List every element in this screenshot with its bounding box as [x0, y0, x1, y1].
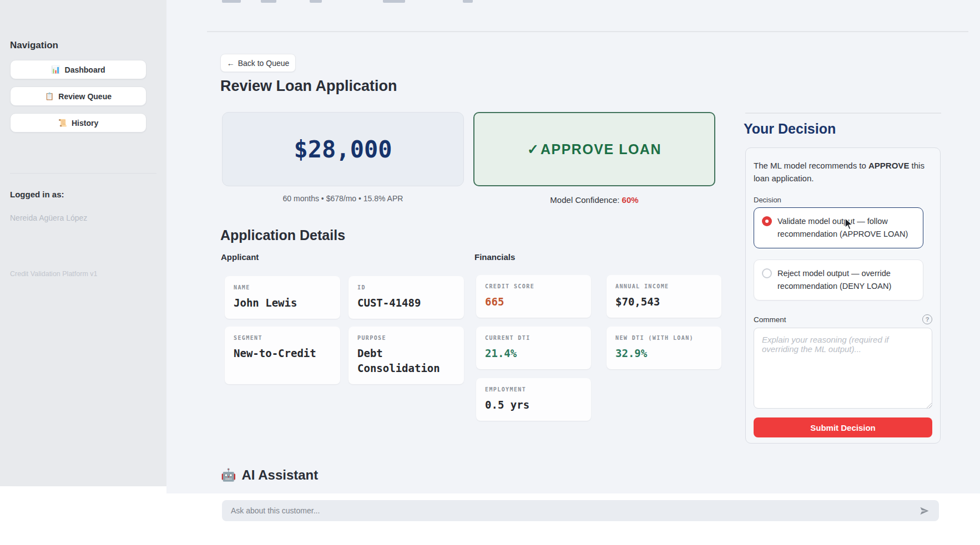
sidebar-item-label: Dashboard	[65, 65, 105, 74]
your-decision-title: Your Decision	[744, 121, 836, 137]
loan-terms-caption: 60 months • $678/mo • 15.8% APR	[222, 194, 464, 203]
metric-card-credit-score: CREDIT SCORE 665	[476, 275, 591, 318]
decision-field-label: Decision	[754, 196, 781, 204]
clipboard-icon: 📋	[45, 93, 54, 100]
metric-label: NAME	[234, 284, 331, 291]
model-confidence: Model Confidence: 60%	[473, 195, 715, 205]
cropped-content-remnant	[222, 0, 241, 3]
model-confidence-value: 60%	[622, 195, 639, 205]
model-recommendation-card: ✓ APPROVE LOAN	[473, 112, 715, 186]
ml-recommendation-sentence: The ML model recommends to APPROVE this …	[754, 159, 932, 185]
checkmark-icon: ✓	[527, 141, 539, 157]
sidebar-item-dashboard[interactable]: 📊 Dashboard	[10, 60, 147, 79]
nav-heading: Navigation	[10, 40, 58, 51]
dashboard-icon: 📊	[51, 66, 60, 73]
chat-input-placeholder: Ask about this customer...	[231, 506, 918, 515]
radio-option-validate[interactable]: Validate model output — follow recommend…	[754, 207, 923, 248]
sidebar: Navigation 📊 Dashboard 📋 Review Queue 📜 …	[0, 0, 166, 486]
metric-card-current-dti: CURRENT DTI 21.4%	[476, 327, 591, 369]
comment-textarea[interactable]	[754, 328, 932, 409]
metric-card-employment: EMPLOYMENT 0.5 yrs	[476, 378, 591, 421]
sidebar-item-label: Review Queue	[58, 92, 112, 101]
model-recommendation-text: ✓ APPROVE LOAN	[527, 141, 661, 157]
metric-label: NEW DTI (WITH LOAN)	[615, 335, 713, 341]
recommendation-strong: APPROVE	[868, 161, 909, 170]
back-button-label: Back to Queue	[238, 59, 290, 68]
loan-amount-card: $28,000	[222, 112, 464, 186]
metric-card-purpose: PURPOSE Debt Consolidation	[348, 327, 464, 384]
comment-row: Comment ?	[754, 314, 932, 324]
send-icon[interactable]	[918, 505, 930, 517]
back-to-queue-button[interactable]: ← Back to Queue	[220, 54, 296, 72]
ai-assistant-title: AI Assistant	[241, 467, 318, 483]
metric-label: CURRENT DTI	[485, 335, 582, 341]
applicant-group-heading: Applicant	[221, 252, 259, 262]
sidebar-item-label: History	[72, 119, 98, 128]
financials-metrics-grid: CREDIT SCORE 665 ANNUAL INCOME $70,543 C…	[476, 275, 721, 421]
page-title: Review Loan Application	[220, 78, 397, 95]
logged-in-label: Logged in as:	[10, 190, 64, 199]
radio-selected-icon[interactable]	[762, 216, 772, 226]
robot-icon: 🤖	[221, 469, 236, 481]
sidebar-item-review-queue[interactable]: 📋 Review Queue	[10, 86, 147, 106]
radio-option-reject[interactable]: Reject model output — override recommend…	[754, 259, 923, 300]
main-content: ← Back to Queue Review Loan Application …	[166, 0, 980, 493]
application-details-title: Application Details	[220, 227, 345, 243]
help-icon[interactable]: ?	[922, 314, 932, 324]
metric-card-annual-income: ANNUAL INCOME $70,543	[607, 275, 721, 318]
metric-value: Debt Consolidation	[357, 346, 455, 376]
metric-value: New-to-Credit	[234, 346, 331, 361]
metric-value: 0.5 yrs	[485, 398, 582, 412]
cropped-content-remnant	[261, 0, 276, 3]
comment-label: Comment	[754, 315, 786, 324]
metric-label: ANNUAL INCOME	[615, 283, 713, 289]
applicant-metrics-grid: NAME John Lewis ID CUST-41489 SEGMENT Ne…	[225, 276, 464, 384]
metric-value: 21.4%	[485, 346, 582, 361]
platform-version-text: Credit Validation Platform v1	[10, 270, 97, 278]
logged-in-user-name: Nereida Agüera López	[10, 213, 87, 222]
metric-value: $70,543	[615, 294, 713, 309]
radio-option-label: Reject model output — override recommend…	[777, 267, 915, 293]
metric-card-new-dti: NEW DTI (WITH LOAN) 32.9%	[607, 327, 721, 369]
metric-value: 32.9%	[615, 346, 713, 361]
radio-unselected-icon[interactable]	[762, 268, 772, 278]
chat-input[interactable]: Ask about this customer...	[222, 500, 939, 521]
metric-label: EMPLOYMENT	[485, 386, 582, 393]
back-arrow-icon: ←	[227, 59, 235, 68]
metric-card-name: NAME John Lewis	[225, 276, 340, 319]
cropped-content-remnant	[383, 0, 405, 3]
metric-value: CUST-41489	[357, 296, 455, 310]
recommendation-label: APPROVE LOAN	[540, 141, 661, 157]
scroll-icon: 📜	[58, 119, 67, 126]
decision-panel: The ML model recommends to APPROVE this …	[745, 147, 941, 444]
metric-label: PURPOSE	[357, 335, 455, 341]
cropped-content-remnant	[310, 0, 322, 3]
metric-label: ID	[357, 284, 455, 291]
submit-decision-button[interactable]: Submit Decision	[754, 417, 932, 437]
loan-amount-value: $28,000	[294, 136, 392, 163]
loan-review-page: Navigation 📊 Dashboard 📋 Review Queue 📜 …	[0, 0, 980, 545]
metric-card-segment: SEGMENT New-to-Credit	[225, 327, 340, 384]
model-confidence-label: Model Confidence:	[550, 195, 619, 205]
ai-assistant-heading: 🤖 AI Assistant	[221, 467, 318, 483]
sidebar-divider	[10, 173, 156, 174]
sidebar-item-history[interactable]: 📜 History	[10, 113, 147, 133]
decision-divider	[745, 113, 941, 114]
metric-card-id: ID CUST-41489	[348, 276, 464, 319]
metric-label: SEGMENT	[234, 335, 331, 341]
metric-value: John Lewis	[234, 296, 331, 310]
cropped-content-remnant	[463, 0, 473, 3]
top-divider	[207, 31, 968, 32]
radio-option-label: Validate model output — follow recommend…	[777, 215, 915, 241]
recommendation-prefix: The ML model recommends to	[754, 161, 868, 170]
chat-input-band: Ask about this customer...	[0, 493, 980, 545]
financials-group-heading: Financials	[474, 252, 515, 262]
metric-label: CREDIT SCORE	[485, 283, 582, 289]
metric-value: 665	[485, 294, 582, 309]
